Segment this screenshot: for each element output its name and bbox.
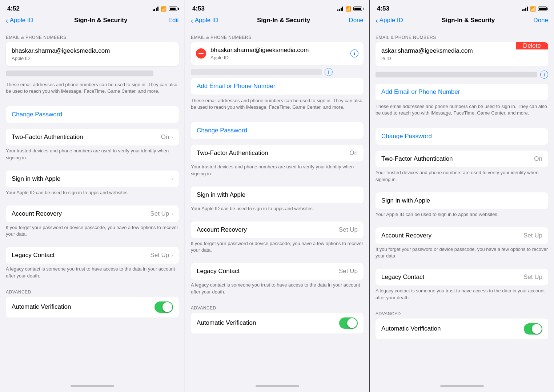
legacy-contact-item-2[interactable]: Legacy Contact Set Up [191,263,364,280]
auto-verify-item-2[interactable]: Automatic Verification [191,313,364,333]
two-factor-item-3[interactable]: Two-Factor Authentication On [376,151,548,167]
two-factor-label-3: Two-Factor Authentication [381,155,453,163]
toggle-knob-2 [347,318,357,328]
spacer-1c [0,165,185,171]
nav-back-label-3[interactable]: Apple ID [380,17,403,24]
status-time-3: 4:53 [377,5,389,12]
nav-bar-2: ‹ Apple ID Sign-In & Security Done [185,15,369,28]
auto-verify-group-2: Automatic Verification [191,313,364,333]
nav-back-3[interactable]: ‹ Apple ID [376,17,403,24]
battery-fill-3 [539,8,546,10]
spacer-2b [185,139,369,145]
auto-verify-label-3: Automatic Verification [381,325,441,332]
account-recovery-value-2: Set Up [339,226,358,233]
spacer-2e [185,257,369,263]
change-password-row-2[interactable]: Change Password [191,122,364,139]
email-info-desc-2: These email addresses and phone numbers … [185,95,369,111]
two-factor-on-text-1: On [161,133,169,141]
change-password-label-3[interactable]: Change Password [381,133,432,140]
auto-verify-item-1[interactable]: Automatic Verification [6,297,179,317]
spacer-2c [185,181,369,187]
two-factor-group-1: Two-Factor Authentication On › [6,129,179,145]
two-factor-on-text-3: On [534,155,542,163]
change-password-row-1[interactable]: Change Password [6,106,179,123]
signal-bars-3 [522,7,528,11]
status-time-1: 4:52 [7,5,20,12]
account-recovery-item-2[interactable]: Account Recovery Set Up [191,221,364,238]
info-circle-2[interactable]: i [350,49,358,57]
legacy-contact-group-2: Legacy Contact Set Up [191,263,364,280]
battery-icon-2 [353,7,362,11]
nav-back-2[interactable]: ‹ Apple ID [191,17,218,24]
delete-minus-button-2[interactable] [196,48,206,59]
wifi-icon-2: 📶 [345,6,351,12]
status-icons-3: 📶 [522,6,547,12]
nav-back-label-2[interactable]: Apple ID [195,17,218,24]
account-recovery-setup-text-2: Set Up [339,226,358,233]
spacer-2d [185,216,369,221]
nav-back-1[interactable]: ‹ Apple ID [6,17,33,24]
nav-edit-button-1[interactable]: Edit [168,17,179,24]
content-2: EMAIL & PHONE NUMBERS bhaskar.sharma@ige… [185,28,369,380]
email-label-2: Apple ID [210,55,346,60]
spacer-3c [370,187,554,192]
add-email-link-3[interactable]: Add Email or Phone Number [376,84,548,100]
two-factor-item-1[interactable]: Two-Factor Authentication On › [6,129,179,145]
legacy-contact-label-3: Legacy Contact [381,273,424,281]
change-password-label-1[interactable]: Change Password [12,111,62,118]
auto-verify-group-3: Automatic Verification [376,319,548,339]
legacy-contact-group-3: Legacy Contact Set Up [376,269,548,285]
account-recovery-item-1[interactable]: Account Recovery Set Up › [6,205,179,222]
two-factor-on-text-2: On [349,149,358,157]
account-recovery-item-3[interactable]: Account Recovery Set Up [376,227,548,244]
legacy-contact-label-2: Legacy Contact [197,268,240,275]
two-factor-item-2[interactable]: Two-Factor Authentication On [191,145,364,161]
sign-in-apple-item-1[interactable]: Sign in with Apple › [6,171,179,187]
spacer-2a [185,111,369,116]
change-password-label-2[interactable]: Change Password [197,127,247,134]
auto-verify-toggle-2[interactable] [339,317,358,329]
sign-in-apple-item-2[interactable]: Sign in with Apple [191,187,364,203]
sign-in-apple-item-3[interactable]: Sign in with Apple [376,192,548,209]
battery-icon-3 [538,7,547,11]
add-email-link-2[interactable]: Add Email or Phone Number [191,78,364,95]
legacy-contact-label-1: Legacy Contact [12,252,55,259]
account-recovery-label-3: Account Recovery [381,232,431,239]
two-factor-desc-2: Your trusted devices and phone numbers a… [185,161,369,180]
advanced-header-2: ADVANCED [185,299,369,313]
nav-title-1: Sign-In & Security [33,17,168,24]
legacy-contact-chevron-1: › [171,252,173,258]
nav-done-button-3[interactable]: Done [533,17,548,24]
account-recovery-desc-3: If you forget your password or device pa… [370,244,554,263]
nav-done-button-2[interactable]: Done [349,17,364,24]
auto-verify-toggle-1[interactable] [154,301,173,313]
sign-in-apple-label-2: Sign in with Apple [197,191,245,199]
email-label-1: Apple ID [12,56,173,61]
two-factor-label-1: Two-Factor Authentication [12,133,83,141]
nav-bar-3: ‹ Apple ID Sign-In & Security Done [370,15,554,28]
email-info-2: bhaskar.sharma@igeeksmedia.com Apple ID [210,47,346,60]
auto-verify-item-3[interactable]: Automatic Verification [376,319,548,339]
back-chevron-icon-1: ‹ [6,17,8,24]
legacy-contact-setup-text-2: Set Up [339,268,358,275]
spacer-1a [0,95,185,100]
two-factor-desc-1: Your trusted devices and phone numbers a… [0,145,185,164]
email-card-content-3: askar.sharma@igeeksmedia.com le ID [376,42,516,66]
toggle-knob-3 [532,324,542,334]
email-address-2: bhaskar.sharma@igeeksmedia.com [210,47,346,54]
nav-back-label-1[interactable]: Apple ID [10,17,33,24]
delete-button-3[interactable]: Delete [516,42,548,49]
section-header-email-1: EMAIL & PHONE NUMBERS [0,28,185,42]
status-bar-1: 4:52 📶 [0,0,185,15]
legacy-contact-setup-text-3: Set Up [523,273,542,281]
auto-verify-toggle-3[interactable] [524,323,542,335]
email-card-1: bhaskar.sharma@igeeksmedia.com Apple ID [6,42,179,66]
spacer-3a [370,116,554,122]
account-recovery-group-2: Account Recovery Set Up [191,221,364,238]
email-row-delete-2: bhaskar.sharma@igeeksmedia.com Apple ID … [191,42,364,65]
legacy-contact-item-3[interactable]: Legacy Contact Set Up [376,269,548,285]
legacy-contact-item-1[interactable]: Legacy Contact Set Up › [6,247,179,264]
back-chevron-icon-2: ‹ [191,17,193,24]
change-password-row-3[interactable]: Change Password [376,128,548,145]
battery-icon-1 [169,7,177,11]
